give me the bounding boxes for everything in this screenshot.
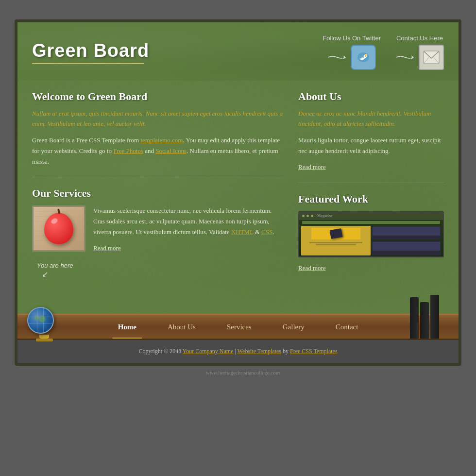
contact-row <box>395 45 444 70</box>
logo-area: Green Board <box>32 40 149 64</box>
outer-wrapper: Green Board Follow Us On Twitter <box>0 0 476 476</box>
svg-point-0 <box>357 52 369 62</box>
about-divider <box>298 183 444 183</box>
content-columns: Welcome to Green Board Nullam at erat ip… <box>32 90 444 284</box>
services-title: Our Services <box>32 187 284 200</box>
logo-underline <box>32 63 144 64</box>
services-text: Vivamus scelerisque consectetur nunc, ne… <box>93 205 284 252</box>
you-are-here-text: You are here <box>37 262 73 269</box>
book-2 <box>420 302 429 339</box>
featured-read-more[interactable]: Read more <box>298 264 326 272</box>
contact-social: Contact Us Here <box>395 34 444 70</box>
featured-grid <box>299 225 443 256</box>
about-body: Mauris ligula tortor, congue laoreet rut… <box>298 135 444 156</box>
twitter-icon[interactable] <box>351 45 376 70</box>
services-image <box>32 205 85 252</box>
you-are-here: You are here ↙ <box>32 262 284 279</box>
you-are-here-arrow: ↙ <box>42 270 48 278</box>
globe-decoration <box>27 307 61 343</box>
about-section: About Us Donec ac eros ac nunc blandit h… <box>298 90 444 171</box>
welcome-section: Welcome to Green Board Nullam at erat ip… <box>32 90 284 167</box>
globe-sphere <box>27 307 54 334</box>
services-read-more[interactable]: Read more <box>93 244 121 252</box>
nav-contact[interactable]: Contact <box>320 315 374 339</box>
footer-templates-link[interactable]: Website Templates <box>238 348 281 355</box>
footer-separator: | <box>234 348 238 355</box>
bottom-url-text: www.heritagechristiancollege.com <box>206 370 280 375</box>
featured-header-bar: Magazine <box>299 212 443 220</box>
apple-image <box>34 207 84 250</box>
featured-image: Magazine <box>298 211 444 257</box>
mail-icon[interactable] <box>419 45 444 70</box>
about-title: About Us <box>298 90 444 103</box>
twitter-row <box>327 45 376 70</box>
footer-css-link[interactable]: Free CSS Templates <box>290 348 338 355</box>
welcome-intro: Nullam at erat ipsum, quis tincidunt mau… <box>32 109 284 129</box>
css-link[interactable]: CSS <box>261 228 272 236</box>
welcome-divider <box>32 177 284 177</box>
templatemo-link[interactable]: templatemo.com <box>140 136 183 144</box>
nav-inner: Home About Us Services Gallery Contact <box>17 315 459 339</box>
site-header: Green Board Follow Us On Twitter <box>17 22 459 81</box>
twitter-arrow <box>327 53 347 61</box>
featured-section: Featured Work Magazine <box>298 193 444 272</box>
site-logo[interactable]: Green Board <box>32 40 149 61</box>
services-section: Our Services <box>32 187 284 252</box>
sidebar-column: About Us Donec ac eros ac nunc blandit h… <box>298 90 444 284</box>
nav-services[interactable]: Services <box>211 315 267 339</box>
nav-home[interactable]: Home <box>102 315 152 339</box>
footer-company-link[interactable]: Your Company Name <box>183 348 234 355</box>
welcome-body: Green Board is a Free CSS Template from … <box>32 135 284 167</box>
globe-base <box>36 339 53 341</box>
twitter-label: Follow Us On Twitter <box>323 34 381 42</box>
nav-bar: Home About Us Services Gallery Contact <box>17 314 459 340</box>
page-container: Green Board Follow Us On Twitter <box>15 19 461 366</box>
main-column: Welcome to Green Board Nullam at erat ip… <box>32 90 284 284</box>
books-decoration <box>410 295 449 339</box>
header-social: Follow Us On Twitter <box>323 34 444 70</box>
book-1 <box>410 297 419 339</box>
bottom-url: www.heritagechristiancollege.com <box>196 366 280 375</box>
about-read-more[interactable]: Read more <box>298 163 326 171</box>
apple-shape <box>44 213 73 244</box>
about-intro: Donec ac eros ac nunc blandit hendrerit.… <box>298 109 444 129</box>
nav-gallery[interactable]: Gallery <box>267 315 320 339</box>
contact-arrow <box>395 53 415 61</box>
xhtml-link[interactable]: XHTML <box>231 228 254 236</box>
footer-copyright: Copyright © 2048 <box>138 348 182 355</box>
featured-title: Featured Work <box>298 193 444 205</box>
contact-label: Contact Us Here <box>396 34 443 42</box>
globe-stand <box>39 335 49 339</box>
featured-img-inner: Magazine <box>299 212 443 256</box>
free-photos-link[interactable]: Free Photos <box>113 147 143 154</box>
nav-about[interactable]: About Us <box>152 315 211 339</box>
footer: Copyright © 2048 Your Company Name | Web… <box>17 340 459 363</box>
twitter-social: Follow Us On Twitter <box>323 34 381 70</box>
book-3 <box>430 295 439 339</box>
services-content: Vivamus scelerisque consectetur nunc, ne… <box>32 205 284 252</box>
footer-by: by <box>281 348 290 355</box>
social-icons-link[interactable]: Social Icons <box>155 147 187 154</box>
welcome-title: Welcome to Green Board <box>32 90 284 103</box>
content-area: Welcome to Green Board Nullam at erat ip… <box>17 81 459 314</box>
